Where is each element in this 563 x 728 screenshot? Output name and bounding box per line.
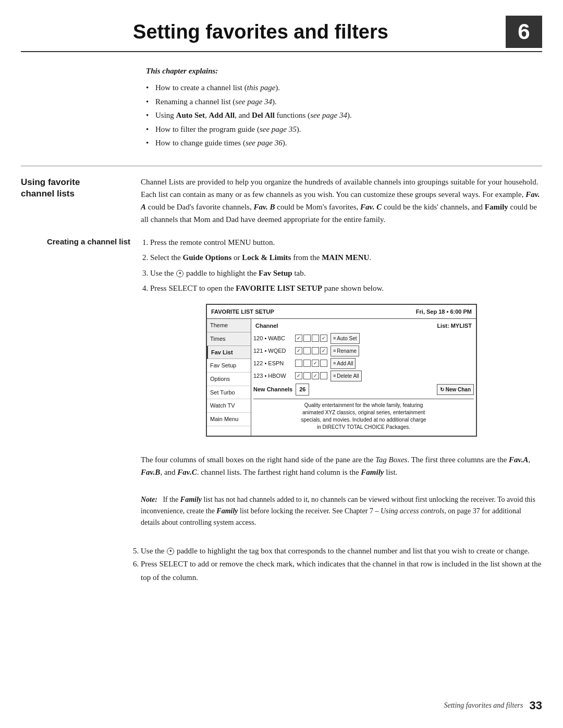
checkbox-c[interactable] (312, 360, 319, 367)
sidebar-item-watchtv[interactable]: Watch TV (207, 399, 251, 413)
note-text: Note: If the Family list has not had cha… (141, 494, 542, 529)
sidebar-item-mainmenu[interactable]: Main Menu (207, 413, 251, 426)
list-item: Press the remote control MENU button. (150, 236, 542, 250)
list-icon: ≡ (333, 360, 336, 367)
list-item: Press SELECT to open the FAVORITE LIST S… (150, 282, 542, 295)
checkbox-c[interactable] (312, 372, 319, 379)
diagram-header-left: FAVORITE LIST SETUP (211, 307, 274, 317)
footer-page-number: 33 (530, 699, 542, 712)
section-using-favorites: Using favorite channel lists Channel Lis… (21, 166, 542, 226)
note-block: Note: If the Family list has not had cha… (21, 487, 542, 536)
spacer (21, 487, 141, 536)
list-item: Using Auto Set, Add All, and Del All fun… (146, 108, 542, 122)
channel-row-espn: 122 • ESPN ≡ Add All (253, 358, 474, 369)
subsection-label: Creating a channel list (21, 236, 141, 445)
continued-steps: Use the paddle to highlight the tag box … (141, 545, 542, 585)
list-label: List: MYLIST (437, 321, 472, 331)
checkbox-family[interactable] (320, 347, 327, 354)
checkbox-b[interactable] (303, 335, 311, 342)
new-chan-button[interactable]: ↻ New Chan (437, 384, 474, 395)
ui-diagram-body: Theme Times Fav List Fav Setup Options S… (207, 319, 476, 435)
subsection-body: Press the remote control MENU button. Se… (141, 236, 542, 445)
section-heading: Using favorite channel lists (21, 176, 141, 226)
intro-section: This chapter explains: How to create a c… (146, 67, 542, 150)
sidebar-item-favsetup[interactable]: Fav Setup (207, 359, 251, 373)
list-item: How to create a channel list (this page)… (146, 81, 542, 95)
checkboxes-wabc (295, 335, 327, 342)
list-item: Use the paddle to highlight the tag box … (141, 545, 542, 558)
channel-name-hbo: 123 • HBOW (253, 371, 295, 381)
deleteall-btn[interactable]: ≡ Delete All (331, 371, 362, 381)
list-icon: ≡ (333, 372, 336, 380)
continued-steps-list: Use the paddle to highlight the tag box … (141, 545, 542, 585)
channel-description: Quality entertainment for the whole fami… (253, 399, 474, 434)
section-heading-line2: channel lists (21, 189, 75, 199)
channel-name-wabc: 120 • WABC (253, 334, 295, 343)
checkbox-b[interactable] (303, 372, 311, 379)
sidebar-item-options[interactable]: Options (207, 373, 251, 386)
checkbox-a[interactable] (295, 335, 302, 342)
list-item: Select the Guide Options or Lock & Limit… (150, 251, 542, 265)
list-icon: ≡ (333, 335, 336, 342)
checkbox-a[interactable] (295, 372, 302, 379)
list-item: Renaming a channel list (see page 34). (146, 95, 542, 109)
bullet-list: How to create a channel list (this page)… (146, 81, 542, 150)
list-item: Press SELECT to add or remove the check … (141, 558, 542, 584)
compass-icon (167, 548, 174, 555)
circle-arrow-icon: ↻ (440, 385, 444, 394)
ui-diagram-header: FAVORITE LIST SETUP Fri, Sep 18 • 6:00 P… (207, 305, 476, 319)
footer-text: Setting favorites and filters (444, 701, 523, 710)
checkbox-family[interactable] (320, 335, 327, 342)
body-after-diagram: The four columns of small boxes on the r… (21, 453, 542, 478)
sidebar-item-times[interactable]: Times (207, 332, 251, 346)
note-label: Note: (141, 496, 163, 503)
channel-name-espn: 122 • ESPN (253, 359, 295, 368)
channel-row-wabc: 120 • WABC ≡ Auto Set (253, 333, 474, 344)
addall-btn[interactable]: ≡ Add All (331, 358, 356, 369)
sidebar-item-favlist[interactable]: Fav List (207, 346, 251, 360)
section-heading-line1: Using favorite (21, 177, 80, 187)
channel-row-hbo: 123 • HBOW ≡ Delete All (253, 371, 474, 381)
sidebar-item-theme[interactable]: Theme (207, 319, 251, 332)
section-body: Channel Lists are provided to help you o… (141, 176, 542, 226)
checkboxes-espn (295, 360, 327, 367)
checkbox-family[interactable] (320, 360, 327, 367)
compass-icon (176, 270, 183, 277)
rename-btn[interactable]: ≡ Rename (331, 346, 359, 356)
main-content: This chapter explains: How to create a c… (21, 67, 542, 584)
list-item: Use the paddle to highlight the Fav Setu… (150, 267, 542, 280)
checkbox-b[interactable] (303, 347, 311, 354)
checkbox-a[interactable] (295, 347, 302, 354)
chapter-badge: 6 (506, 16, 542, 48)
checkboxes-wqed (295, 347, 327, 354)
ui-sidebar: Theme Times Fav List Fav Setup Options S… (207, 319, 251, 435)
continued-steps-block: Use the paddle to highlight the tag box … (21, 545, 542, 585)
diagram-header-right: Fri, Sep 18 • 6:00 PM (416, 307, 472, 317)
spacer (21, 545, 141, 585)
body-after-diagram-text: The four columns of small boxes on the r… (141, 453, 542, 478)
list-icon: ≡ (333, 347, 336, 355)
spacer (21, 453, 141, 478)
checkboxes-hbo (295, 372, 327, 379)
page-footer: Setting favorites and filters 33 (21, 699, 542, 712)
channel-name-wqed: 121 • WQED (253, 346, 295, 356)
new-channels-count: 26 (296, 384, 309, 396)
checkbox-c[interactable] (312, 335, 319, 342)
subsection-creating: Creating a channel list Press the remote… (21, 236, 542, 445)
sidebar-item-setturbo[interactable]: Set Turbo (207, 386, 251, 400)
list-item: How to filter the program guide (see pag… (146, 122, 542, 137)
list-item: How to change guide times (see page 36). (146, 136, 542, 150)
chapter-explains-label: This chapter explains: (146, 67, 542, 76)
steps-list: Press the remote control MENU button. Se… (141, 236, 542, 295)
ui-list-header: Channel List: MYLIST (253, 321, 474, 331)
checkbox-family[interactable] (320, 372, 327, 379)
new-channels-label: New Channels (253, 385, 292, 394)
checkbox-c[interactable] (312, 347, 319, 354)
page-title: Setting favorites and filters (21, 21, 500, 43)
ui-main-panel: Channel List: MYLIST 120 • WABC (251, 319, 476, 435)
new-channels-row: New Channels 26 ↻ New Chan (253, 384, 474, 396)
checkbox-a[interactable] (295, 360, 302, 367)
autoset-btn[interactable]: ≡ Auto Set (331, 333, 360, 344)
checkbox-b[interactable] (303, 360, 311, 367)
page-header: Setting favorites and filters 6 (21, 16, 542, 52)
